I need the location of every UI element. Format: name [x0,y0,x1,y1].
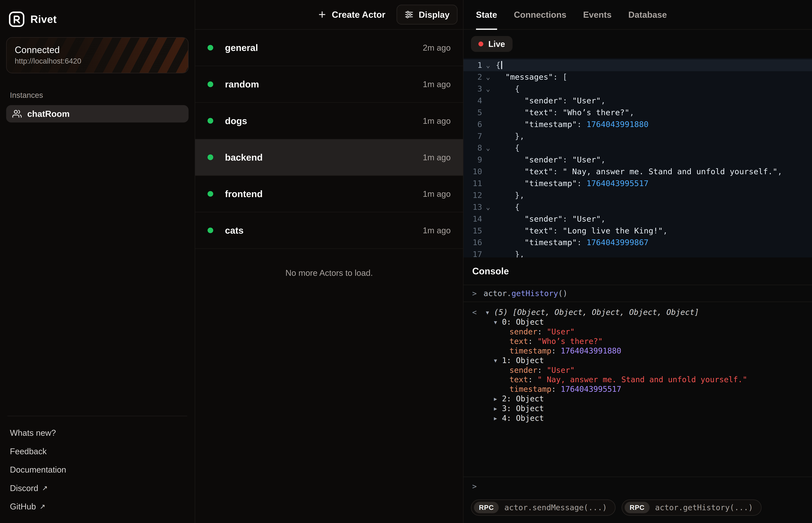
display-button[interactable]: Display [397,5,457,24]
code-line-11: 11 "timestamp": 1764043995517 [464,178,812,190]
sidebar-link-github[interactable]: GitHub↗ [6,497,189,516]
console-prop-text: text: "Who’s there?" [486,337,747,346]
sidebar-footer: Whats new?FeedbackDocumentationDiscord↗G… [6,416,189,516]
line-number: 9 [464,154,482,166]
actor-timestamp: 1m ago [423,189,451,199]
tab-connections[interactable]: Connections [514,0,566,29]
code-line-14: 14 "sender": "User", [464,213,812,225]
console-entry-1[interactable]: ▼1: Object [486,356,747,365]
sidebar-link-feedback[interactable]: Feedback [6,442,189,461]
prop-value: "User" [547,366,574,375]
caret-down-icon: ▼ [494,356,502,365]
prop-value: " Nay, answer me. Stand and unfold yours… [537,375,747,384]
sidebar-link-whats-new[interactable]: Whats new? [6,424,189,442]
state-editor[interactable]: 1⌄{2⌄ "messages": [3⌄ {4 "sender": "User… [464,58,812,258]
fold-spacer [482,119,494,130]
tab-database[interactable]: Database [628,0,667,29]
sliders-icon [404,10,414,19]
rpc-chip-send-message[interactable]: RPCactor.sendMessage(...) [471,500,616,516]
caret-down-icon: ▼ [486,308,494,318]
console-entry-4[interactable]: ▶4: Object [486,414,747,423]
console-entry-2[interactable]: ▶2: Object [486,394,747,404]
fold-toggle-icon[interactable]: ⌄ [482,59,494,71]
sidebar-link-documentation[interactable]: Documentation [6,461,189,479]
output-arrow-icon: < [472,308,486,471]
fold-spacer [482,178,494,190]
console-entry-3[interactable]: ▶3: Object [486,404,747,414]
sidebar-item-chatroom[interactable]: chatRoom [6,105,189,123]
prop-key: sender [509,366,537,375]
actor-row-general[interactable]: general2m ago [195,30,463,66]
divider [7,416,187,416]
fold-toggle-icon[interactable]: ⌄ [482,201,494,213]
prop-key: sender [509,327,537,336]
sidebar-link-label: GitHub [10,502,36,511]
status-dot [208,45,213,51]
actor-row-cats[interactable]: cats1m ago [195,212,463,249]
code-text: }, [494,130,524,142]
prop-key: text [509,375,528,384]
code-line-5: 5 "text": "Who’s there?", [464,107,812,119]
status-dot [208,155,213,160]
entry-label: 2: Object [502,394,544,403]
console-result-summary[interactable]: ▼(5) [Object, Object, Object, Object, Ob… [486,308,747,317]
actor-row-backend[interactable]: backend1m ago [195,139,463,176]
display-label: Display [419,10,450,20]
actor-row-frontend[interactable]: frontend1m ago [195,176,463,212]
prop-value: 1764043991880 [561,346,621,355]
actor-timestamp: 1m ago [423,152,451,162]
actor-row-dogs[interactable]: dogs1m ago [195,103,463,139]
code-line-6: 6 "timestamp": 1764043991880 [464,119,812,130]
code-line-7: 7 }, [464,130,812,142]
state-toolbar: Live [464,30,812,58]
line-number: 12 [464,190,482,201]
console-entry-0[interactable]: ▼0: Object [486,317,747,327]
code-line-8: 8⌄ { [464,142,812,154]
console-header: Console [464,257,812,285]
create-actor-button[interactable]: Create Actor [311,6,392,23]
line-number: 13 [464,201,482,213]
prop-key: text [509,337,528,346]
line-number: 10 [464,166,482,178]
actor-name: frontend [225,188,423,199]
line-number: 3 [464,83,482,95]
line-number: 7 [464,130,482,142]
entry-label: 4: Object [502,414,544,422]
app-root: Rivet Connected http://localhost:6420 In… [0,0,812,523]
status-dot [208,118,213,124]
status-dot [208,228,213,233]
fold-toggle-icon[interactable]: ⌄ [482,71,494,83]
code-line-15: 15 "text": "Long live the King!", [464,225,812,237]
caret-down-icon: ▼ [494,318,502,327]
fold-spacer [482,213,494,225]
code-line-1: 1⌄{ [464,59,812,71]
code-line-12: 12 }, [464,190,812,201]
actor-row-random[interactable]: random1m ago [195,66,463,103]
logo[interactable]: Rivet [6,6,189,37]
actor-name: cats [225,225,423,236]
tab-events[interactable]: Events [583,0,611,29]
sidebar-link-discord[interactable]: Discord↗ [6,479,189,497]
console-title: Console [472,266,509,276]
code-line-4: 4 "sender": "User", [464,95,812,107]
fold-toggle-icon[interactable]: ⌄ [482,142,494,154]
live-label: Live [488,39,505,49]
code-text: { [494,83,519,95]
tab-state[interactable]: State [476,0,497,29]
console-echo-code: actor.getHistory() [483,289,567,298]
code-text: { [494,142,519,154]
sidebar-link-label: Discord [10,483,38,493]
line-number: 1 [464,59,482,71]
actor-name: general [225,42,423,53]
line-number: 6 [464,119,482,130]
fold-toggle-icon[interactable]: ⌄ [482,83,494,95]
rpc-chip-get-history[interactable]: RPCactor.getHistory(...) [622,500,761,516]
connection-url: http://localhost:6420 [15,57,180,65]
rpc-badge: RPC [625,502,650,513]
prop-value: "Who’s there?" [537,337,603,346]
console-input[interactable]: > [464,476,812,496]
prop-value: "User" [547,327,574,336]
console-prop-sender: sender: "User" [486,365,747,375]
code-text: "text": "Long live the King!", [494,225,668,237]
live-toggle[interactable]: Live [471,36,513,52]
